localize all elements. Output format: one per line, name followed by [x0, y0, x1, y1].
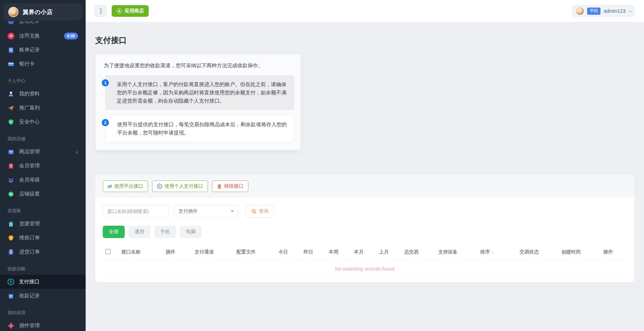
step-1-text: 采用个人支付接口，客户的付款将直接进入您的账户。但在此之前，请确保您的平台余额足… [105, 75, 294, 110]
page-content: 支付接口 为了便捷地设置您的收款渠道，您可采纳以下两种方法完成收款操作。 1 采… [86, 22, 644, 331]
col-interface-name: 接口名称 [119, 244, 163, 260]
col-config-file: 配置文件 [234, 244, 275, 260]
hexagon-gear-icon [8, 191, 14, 198]
chevron-down-icon [231, 210, 234, 212]
user-name: admin123 [604, 8, 626, 14]
sidebar-item-member-levels[interactable]: 会员等级 [0, 173, 86, 187]
bank-card-icon [8, 61, 14, 68]
instruction-step-2: 2 使用平台提供的支付接口，每笔交易扣除商品成本后，剩余款项将存入您的平台余额，… [102, 115, 294, 142]
interfaces-card: ⇄ 使用平台接口 使用个人支付接口 移除接口 支付插件 [95, 175, 634, 282]
select-all-checkbox[interactable] [106, 249, 111, 254]
chevron-down-icon [629, 9, 632, 12]
instructions-intro: 为了便捷地设置您的收款渠道，您可采纳以下两种方法完成收款操作。 [102, 62, 294, 75]
col-this-week: 本周 [326, 244, 351, 260]
sidebar-section-apps: 我的应用 [0, 303, 86, 319]
topbar: A 应用商店 平民 admin123 [86, 0, 644, 22]
sidebar-nav: 提现记录 ⇄ 法币兑换 0.00 账单记录 银行卡 个人中心 我的资料 推广返利… [0, 21, 86, 331]
sidebar-item-goods[interactable]: 商品管理 ‹ [0, 145, 86, 159]
sidebar-section-supplier: 供货商 [0, 201, 86, 217]
app-store-icon: A [116, 8, 122, 14]
filter-universal[interactable]: 通用 [128, 226, 150, 238]
sidebar-item-profile[interactable]: 我的资料 [0, 87, 86, 101]
user-menu[interactable]: 平民 admin123 [572, 5, 635, 17]
interfaces-body: 支付插件 查询 全部 通用 手机 电脑 [95, 198, 634, 282]
puzzle-icon [8, 322, 14, 329]
sidebar-item-currency-exchange[interactable]: ⇄ 法币兑换 0.00 [0, 29, 86, 43]
col-payment-channel: 支付通道 [192, 244, 234, 260]
exchange-icon: ⇄ [8, 33, 14, 39]
col-transaction-status: 交易状态 [517, 244, 559, 260]
col-this-month: 本月 [351, 244, 376, 260]
col-sort[interactable]: 排序↑↓ [478, 244, 517, 260]
sort-arrows-icon: ↑↓ [491, 250, 494, 255]
empty-message: No matching records found [103, 260, 627, 279]
interfaces-table: 接口名称 插件 支付通道 配置文件 今日 昨日 本周 本月 上月 总交易 支持设… [103, 244, 627, 279]
sidebar-section-shop: 我的店铺 [0, 129, 86, 145]
search-row: 支付插件 查询 [103, 205, 627, 217]
remove-api-button[interactable]: 移除接口 [212, 180, 248, 192]
paper-plane-icon [8, 105, 14, 111]
col-created-at: 创建时间 [559, 244, 600, 260]
app-store-button[interactable]: A 应用商店 [112, 5, 149, 17]
sidebar-item-collection-records[interactable]: 收款记录 [0, 289, 86, 303]
interface-name-input[interactable] [103, 205, 169, 217]
main-area: A 应用商店 平民 admin123 支付接口 为了便捷地设置您的收款渠道，您可… [86, 0, 644, 331]
empty-row: No matching records found [103, 260, 627, 279]
user-avatar [576, 7, 584, 15]
sidebar-item-clipped[interactable]: 提现记录 [0, 21, 86, 29]
receipt-icon [8, 293, 14, 299]
sidebar: 翼界の小店 提现记录 ⇄ 法币兑换 0.00 账单记录 银行卡 个人中心 我的资… [0, 0, 86, 331]
sidebar-item-bank-card[interactable]: 银行卡 [0, 57, 86, 71]
menu-dots-button[interactable] [95, 5, 107, 17]
col-yesterday: 昨日 [301, 244, 326, 260]
sidebar-item-security[interactable]: 安全中心 [0, 115, 86, 129]
query-button[interactable]: 查询 [246, 205, 274, 217]
user-role-badge: 平民 [587, 8, 600, 15]
double-chevron-icon [8, 177, 14, 184]
page-title: 支付接口 [95, 35, 634, 46]
sidebar-item-members[interactable]: 会员管理 [0, 159, 86, 173]
trash-icon [217, 184, 222, 189]
filter-all[interactable]: 全部 [103, 226, 125, 238]
step-2-text: 使用平台提供的支付接口，每笔交易扣除商品成本后，剩余款项将存入您的平台余额，您可… [105, 115, 294, 142]
col-plugin: 插件 [163, 244, 192, 260]
filter-mobile[interactable]: 手机 [154, 226, 176, 238]
select-all-cell [103, 244, 119, 260]
sidebar-item-purchase-orders[interactable]: 进货订单 [0, 245, 86, 259]
app-avatar [8, 7, 18, 17]
use-personal-api-button[interactable]: 使用个人支付接口 [152, 180, 208, 192]
use-platform-api-button[interactable]: ⇄ 使用平台接口 [103, 180, 148, 192]
chevron-left-icon: ‹ [76, 149, 78, 155]
shield-alert-icon [8, 235, 14, 241]
pay-circle-icon: ¥ [8, 279, 14, 285]
shield-icon [8, 119, 14, 126]
warehouse-icon [8, 221, 14, 227]
swap-arrows-icon: ⇄ [108, 183, 112, 189]
sidebar-section-collection: 收款功能 [0, 259, 86, 275]
sidebar-item-plugins[interactable]: 插件管理 [0, 319, 86, 331]
col-today: 今日 [276, 244, 301, 260]
app-title: 翼界の小店 [23, 8, 53, 16]
step-1-badge: 1 [102, 79, 109, 86]
goods-icon [8, 149, 14, 155]
interfaces-toolbar: ⇄ 使用平台接口 使用个人支付接口 移除接口 [95, 175, 634, 198]
filter-desktop[interactable]: 电脑 [180, 226, 202, 238]
bill-icon [8, 47, 14, 54]
sidebar-item-payment-api[interactable]: ¥ 支付接口 [0, 275, 86, 289]
sidebar-item-referral[interactable]: 推广返利 [0, 101, 86, 115]
sidebar-item-bill-records[interactable]: 账单记录 [0, 43, 86, 57]
col-actions: 操作 [600, 244, 627, 260]
circle-plus-icon [157, 184, 162, 189]
sidebar-item-supply[interactable]: 货源管理 [0, 217, 86, 231]
col-supported-devices: 支持设备 [435, 244, 477, 260]
sidebar-item-disputes[interactable]: 维权订单 [0, 231, 86, 245]
member-icon [8, 163, 14, 169]
device-filter-chips: 全部 通用 手机 电脑 [103, 226, 627, 238]
sidebar-item-shop-settings[interactable]: 店铺设置 [0, 187, 86, 201]
search-icon [251, 209, 257, 214]
app-logo: 翼界の小店 [3, 3, 82, 21]
table-header-row: 接口名称 插件 支付通道 配置文件 今日 昨日 本周 本月 上月 总交易 支持设… [103, 244, 627, 260]
clipboard-icon [8, 249, 14, 256]
wallet-icon [8, 21, 14, 25]
payment-plugin-select[interactable]: 支付插件 [174, 205, 238, 217]
